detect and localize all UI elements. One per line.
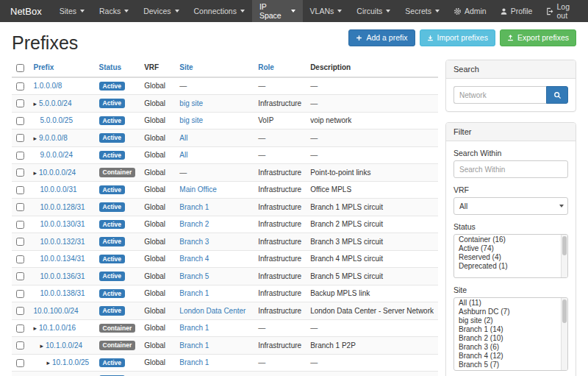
prefix-link[interactable]: 1.0.0.0/8 [33, 82, 62, 90]
prefix-link[interactable]: 5.0.0.0/24 [39, 99, 71, 107]
row-checkbox[interactable] [16, 169, 24, 177]
prefix-link[interactable]: 10.0.0.132/31 [40, 238, 85, 246]
row-checkbox[interactable] [16, 341, 24, 350]
nav-item-label: Admin [465, 7, 487, 15]
nav-item-ip-space[interactable]: IP Space [252, 0, 303, 22]
nav-item-vlans[interactable]: VLANs [303, 0, 350, 22]
prefix-link[interactable]: 10.0.0.130/31 [40, 220, 85, 228]
site-link[interactable]: Branch 4 [179, 255, 209, 263]
site-option[interactable]: big site (2) [454, 316, 567, 325]
vrf-select[interactable]: All [453, 197, 568, 215]
site-option[interactable]: Branch 2 (10) [454, 334, 567, 343]
site-option[interactable]: All (11) [454, 299, 567, 308]
site-link[interactable]: Branch 1 [179, 289, 209, 297]
row-checkbox[interactable] [16, 99, 24, 107]
sort-link-prefix[interactable]: Prefix [33, 63, 54, 71]
chevron-down-icon [337, 10, 342, 13]
scrollbar[interactable] [561, 235, 567, 277]
row-checkbox[interactable] [16, 290, 24, 298]
site-option[interactable]: Branch 5 (7) [454, 361, 567, 369]
row-checkbox[interactable] [16, 359, 24, 367]
sort-link-status[interactable]: Status [99, 63, 122, 71]
prefix-link[interactable]: 9.0.0.0/8 [39, 134, 68, 142]
row-checkbox[interactable] [16, 82, 24, 91]
prefix-link[interactable]: 10.0.0.0/24 [39, 169, 76, 177]
nav-item-devices[interactable]: Devices [136, 0, 186, 22]
export-prefixes-button[interactable]: Export prefixes [500, 29, 576, 46]
vrf-cell: Global [140, 146, 175, 164]
prefix-link[interactable]: 10.0.100.0/24 [33, 307, 78, 315]
prefix-link[interactable]: 10.0.0.128/31 [40, 203, 85, 211]
search-within-input[interactable] [453, 160, 568, 178]
site-option[interactable]: Ashburn DC (7) [454, 308, 567, 316]
site-link[interactable]: Branch 1 [179, 203, 209, 211]
site-link[interactable]: All [179, 151, 187, 159]
site-link[interactable]: Branch 1 [179, 358, 209, 366]
row-checkbox[interactable] [16, 238, 24, 246]
nav-item-racks[interactable]: Racks [92, 0, 136, 22]
prefix-link[interactable]: 9.0.0.0/24 [40, 151, 72, 159]
site-link[interactable]: Branch 5 [179, 272, 209, 280]
select-all-checkbox[interactable] [16, 64, 24, 72]
role-cell: VoIP [254, 112, 306, 130]
prefix-cell: ▸10.1.0.0/24 [29, 337, 94, 355]
nav-item-logout[interactable]: Log out [539, 0, 588, 22]
scrollbar[interactable] [561, 298, 567, 370]
site-link[interactable]: London Data Center [179, 307, 245, 315]
status-option[interactable]: Reserved (4) [454, 253, 567, 262]
nav-item-sites[interactable]: Sites [52, 0, 92, 22]
row-checkbox[interactable] [16, 272, 24, 280]
prefix-link[interactable]: 10.1.0.0/16 [39, 324, 76, 332]
site-option[interactable]: Branch 1 (14) [454, 325, 567, 334]
row-checkbox[interactable] [16, 307, 24, 315]
site-link[interactable]: All [179, 134, 187, 142]
row-checkbox[interactable] [16, 221, 24, 229]
import-prefixes-button[interactable]: Import prefixes [420, 29, 495, 46]
scrollbar-thumb[interactable] [562, 236, 567, 255]
netbox-brand[interactable]: NetBox [0, 0, 52, 22]
scrollbar-thumb[interactable] [562, 299, 567, 323]
nav-item-circuits[interactable]: Circuits [349, 0, 398, 22]
prefix-link[interactable]: 5.0.0.0/25 [40, 116, 72, 124]
site-listbox[interactable]: All (11)Ashburn DC (7)big site (2)Branch… [453, 297, 568, 371]
add-prefix-button[interactable]: Add a prefix [348, 29, 415, 46]
site-link[interactable]: Main Office [179, 185, 216, 194]
prefix-cell: 10.0.0.0/31 [29, 181, 94, 199]
prefix-link[interactable]: 10.0.0.136/31 [40, 272, 85, 280]
prefix-link[interactable]: 10.0.0.138/31 [40, 289, 85, 297]
site-link[interactable]: big site [179, 99, 203, 107]
nav-item-secrets[interactable]: Secrets [398, 0, 447, 22]
status-option[interactable]: Container (16) [454, 235, 567, 244]
search-input[interactable] [453, 86, 546, 104]
row-checkbox[interactable] [16, 324, 24, 333]
nav-item-connections[interactable]: Connections [187, 0, 252, 22]
sort-link-role[interactable]: Role [258, 63, 274, 71]
site-option[interactable]: Branch 4 (12) [454, 352, 567, 361]
status-badge: Active [99, 202, 126, 212]
site-link[interactable]: Branch 1 [179, 324, 209, 332]
site-option[interactable]: Branch 3 (6) [454, 343, 567, 352]
row-checkbox[interactable] [16, 134, 24, 142]
prefix-link[interactable]: 10.0.0.0/31 [40, 185, 76, 194]
nav-item-profile[interactable]: Profile [493, 0, 539, 22]
status-listbox[interactable]: Container (16)Active (74)Reserved (4)Dep… [453, 234, 568, 278]
prefix-link[interactable]: 10.0.0.134/31 [40, 255, 85, 263]
site-link[interactable]: Branch 3 [179, 238, 209, 246]
prefix-link[interactable]: 10.1.0.0/25 [52, 358, 89, 366]
site-link[interactable]: Branch 2 [179, 220, 209, 228]
row-checkbox[interactable] [16, 186, 24, 194]
status-option[interactable]: Deprecated (1) [454, 262, 567, 271]
prefix-link[interactable]: 10.1.0.0/24 [46, 341, 82, 350]
row-checkbox[interactable] [16, 152, 24, 160]
site-link[interactable]: Branch 1 [179, 341, 209, 350]
site-option[interactable]: COLO-1-21 (8) [454, 369, 567, 371]
nav-item-admin[interactable]: Admin [447, 0, 493, 22]
site-link[interactable]: big site [179, 116, 203, 124]
status-option[interactable]: Active (74) [454, 244, 567, 253]
row-checkbox[interactable] [16, 255, 24, 263]
row-checkbox[interactable] [16, 117, 24, 125]
search-button[interactable] [546, 86, 568, 104]
status-badge: Active [99, 116, 126, 126]
row-checkbox[interactable] [16, 203, 24, 211]
sort-link-site[interactable]: Site [179, 63, 193, 71]
